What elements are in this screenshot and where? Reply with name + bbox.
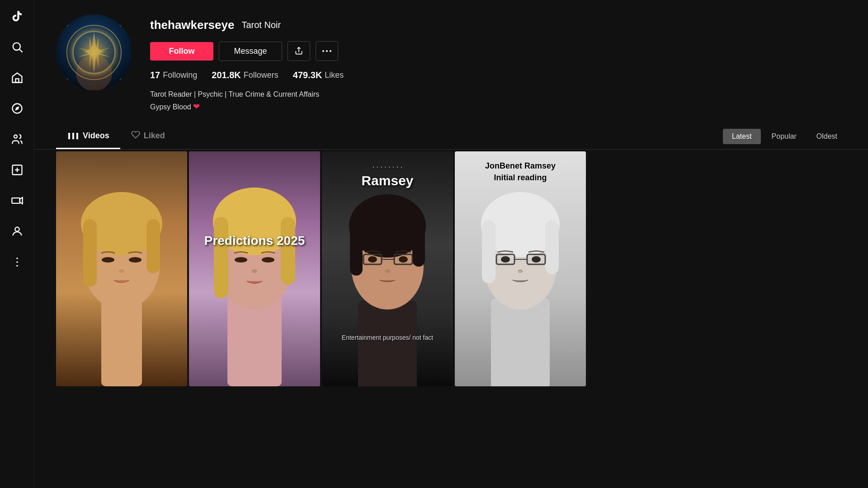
svg-rect-23 xyxy=(120,79,128,87)
profile-icon[interactable] xyxy=(8,222,26,240)
home-icon[interactable] xyxy=(8,69,26,87)
svg-rect-63 xyxy=(482,220,495,283)
svg-point-68 xyxy=(501,256,510,263)
tab-liked[interactable]: Liked xyxy=(120,124,176,149)
video-card-1[interactable] xyxy=(56,151,187,386)
svg-point-36 xyxy=(129,257,142,263)
profile-header: thehawkerseye Tarot Noir Follow Message xyxy=(34,0,868,124)
share-button[interactable] xyxy=(288,41,310,61)
svg-point-45 xyxy=(262,257,274,263)
more-icon[interactable] xyxy=(8,253,26,271)
main-content: thehawkerseye Tarot Noir Follow Message xyxy=(34,0,868,488)
profile-info: thehawkerseye Tarot Noir Follow Message xyxy=(150,14,846,113)
bio: Tarot Reader | Psychic | True Crime & Cu… xyxy=(150,89,846,113)
more-options-button[interactable] xyxy=(316,41,338,61)
svg-point-24 xyxy=(76,55,112,90)
bio-line-1: Tarot Reader | Psychic | True Crime & Cu… xyxy=(150,89,846,100)
following-stat: 17 Following xyxy=(150,70,197,80)
svg-point-16 xyxy=(67,25,121,80)
liked-tab-label: Liked xyxy=(144,131,165,141)
svg-rect-21 xyxy=(120,18,128,26)
svg-rect-20 xyxy=(60,18,68,26)
likes-stat: 479.3K Likes xyxy=(293,70,344,80)
svg-point-0 xyxy=(13,43,20,50)
videos-tab-label: Videos xyxy=(83,131,109,141)
tabs-left: ⫿⫿⫿ Videos Liked xyxy=(56,124,176,149)
profile-display-name: Tarot Noir xyxy=(241,20,281,30)
svg-rect-43 xyxy=(281,217,295,285)
svg-marker-4 xyxy=(15,106,19,110)
svg-point-28 xyxy=(330,50,331,52)
tiktok-logo-icon[interactable] xyxy=(8,7,26,25)
likes-count: 479.3K xyxy=(293,70,322,80)
followers-count: 201.8K xyxy=(212,70,241,80)
video-thumbnail-1 xyxy=(56,151,187,386)
svg-rect-51 xyxy=(350,221,363,276)
svg-line-1 xyxy=(19,49,22,52)
avatar xyxy=(56,14,132,90)
live-icon[interactable] xyxy=(8,192,26,210)
svg-rect-42 xyxy=(214,217,228,298)
svg-point-10 xyxy=(15,227,19,231)
svg-point-70 xyxy=(518,269,523,273)
liked-tab-icon xyxy=(131,130,140,141)
sort-oldest-button[interactable]: Oldest xyxy=(807,129,846,144)
sort-buttons: Latest Popular Oldest xyxy=(723,129,846,144)
svg-point-46 xyxy=(252,269,257,273)
svg-rect-60 xyxy=(491,298,550,386)
svg-rect-9 xyxy=(12,198,20,203)
video-thumbnail-4: JonBenet RamseyInitial reading xyxy=(455,151,586,386)
likes-label: Likes xyxy=(325,70,344,80)
svg-rect-48 xyxy=(358,300,417,386)
video-thumbnail-2: Predictions 2025 xyxy=(189,151,320,386)
follow-button[interactable]: Follow xyxy=(150,42,213,61)
sort-popular-button[interactable]: Popular xyxy=(763,129,806,144)
svg-point-11 xyxy=(16,258,18,259)
profile-name-row: thehawkerseye Tarot Noir xyxy=(150,18,846,32)
svg-point-18 xyxy=(89,47,99,58)
tab-videos[interactable]: ⫿⫿⫿ Videos xyxy=(56,124,120,149)
svg-point-19 xyxy=(91,50,97,55)
explore-icon[interactable] xyxy=(8,99,26,117)
search-icon[interactable] xyxy=(8,38,26,56)
video-thumbnail-3: · · · · · · · · Ramsey Entertainment pur… xyxy=(322,151,453,386)
svg-point-13 xyxy=(16,265,18,267)
video-3-title: Ramsey xyxy=(322,173,453,188)
svg-point-27 xyxy=(326,50,328,52)
video-2-title: Predictions 2025 xyxy=(189,234,320,248)
video-card-2[interactable]: Predictions 2025 xyxy=(189,151,320,386)
svg-point-69 xyxy=(532,256,541,263)
followers-label: Followers xyxy=(244,70,278,80)
profile-username: thehawkerseye xyxy=(150,18,234,32)
video-4-title: JonBenet RamseyInitial reading xyxy=(455,160,586,183)
svg-point-12 xyxy=(16,261,18,263)
video-3-sub: Entertainment purposes/ not fact xyxy=(322,334,453,341)
svg-rect-22 xyxy=(60,79,68,87)
videos-tab-icon: ⫿⫿⫿ xyxy=(67,131,79,141)
svg-point-26 xyxy=(322,50,324,52)
bio-line-2: Gypsy Blood ❤ xyxy=(150,100,846,113)
message-button[interactable]: Message xyxy=(219,42,282,61)
sort-latest-button[interactable]: Latest xyxy=(723,129,761,144)
svg-point-37 xyxy=(119,269,124,273)
following-count: 17 xyxy=(150,70,160,80)
svg-point-5 xyxy=(14,135,17,138)
video-card-3[interactable]: · · · · · · · · Ramsey Entertainment pur… xyxy=(322,151,453,386)
svg-point-56 xyxy=(368,256,377,263)
video-grid: Predictions 2025 xyxy=(34,150,868,488)
svg-rect-2 xyxy=(15,79,19,82)
svg-point-35 xyxy=(102,257,114,263)
followers-stat: 201.8K Followers xyxy=(212,70,278,80)
svg-point-57 xyxy=(399,256,408,263)
friends-icon[interactable] xyxy=(8,130,26,148)
svg-rect-52 xyxy=(412,221,425,267)
video-card-4[interactable]: JonBenet RamseyInitial reading xyxy=(455,151,586,386)
stats-row: 17 Following 201.8K Followers 479.3K Lik… xyxy=(150,70,846,80)
tabs-section: ⫿⫿⫿ Videos Liked Latest Popular Oldest xyxy=(34,124,868,150)
profile-actions: Follow Message xyxy=(150,41,846,61)
sidebar xyxy=(0,0,34,488)
svg-point-44 xyxy=(235,257,247,263)
svg-marker-17 xyxy=(78,32,110,73)
create-icon[interactable] xyxy=(8,161,26,179)
bio-heart-emoji: ❤ xyxy=(193,102,200,111)
